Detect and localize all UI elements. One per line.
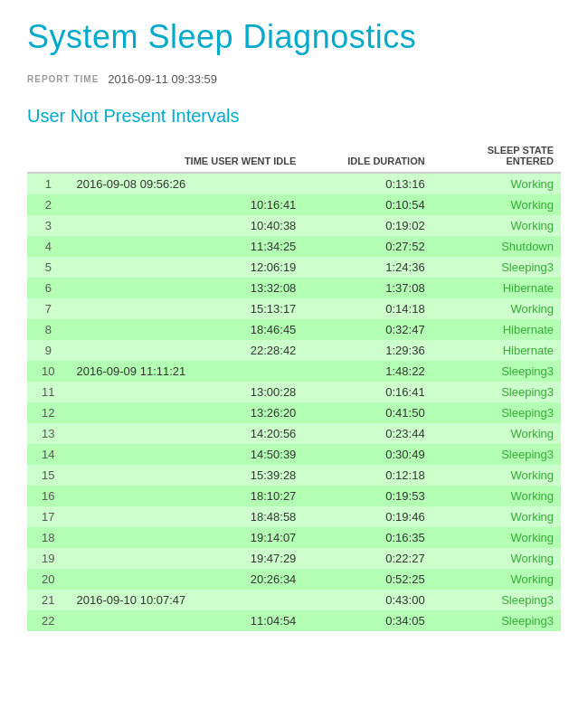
cell-state: Working: [432, 423, 561, 444]
table-row: 1718:48:580:19:46Working: [27, 506, 561, 527]
cell-state: Sleeping3: [432, 361, 561, 382]
cell-time: 22:28:42: [70, 340, 304, 361]
table-row: 715:13:170:14:18Working: [27, 298, 561, 319]
col-header-num: [27, 139, 70, 173]
cell-time: 2016-09-09 11:11:21: [70, 361, 304, 382]
cell-num: 6: [27, 278, 70, 298]
cell-num: 8: [27, 319, 70, 340]
cell-idle: 0:23:44: [303, 423, 432, 444]
cell-idle: 0:52:25: [303, 569, 432, 590]
cell-idle: 0:41:50: [303, 402, 432, 423]
table-row: 818:46:450:32:47Hibernate: [27, 319, 561, 340]
cell-state: Working: [432, 173, 561, 194]
cell-time: 18:10:27: [70, 486, 304, 506]
cell-state: Sleeping3: [432, 444, 561, 465]
cell-time: 13:32:08: [70, 278, 304, 298]
cell-state: Working: [432, 298, 561, 319]
cell-time: 20:26:34: [70, 569, 304, 590]
diagnostics-table: TIME USER WENT IDLE IDLE DURATION SLEEP …: [27, 139, 561, 631]
table-row: 1618:10:270:19:53Working: [27, 486, 561, 506]
table-row: 1515:39:280:12:18Working: [27, 465, 561, 486]
cell-num: 10: [27, 361, 70, 382]
cell-idle: 1:29:36: [303, 340, 432, 361]
cell-idle: 0:27:52: [303, 236, 432, 257]
cell-state: Sleeping3: [432, 257, 561, 278]
cell-idle: 0:19:46: [303, 506, 432, 527]
cell-state: Working: [432, 486, 561, 506]
cell-idle: 0:12:18: [303, 465, 432, 486]
cell-state: Working: [432, 465, 561, 486]
cell-idle: 1:37:08: [303, 278, 432, 298]
cell-time: 2016-09-10 10:07:47: [70, 590, 304, 610]
col-header-idle: IDLE DURATION: [303, 139, 432, 173]
table-row: 411:34:250:27:52Shutdown: [27, 236, 561, 257]
cell-num: 20: [27, 569, 70, 590]
table-row: 1314:20:560:23:44Working: [27, 423, 561, 444]
cell-time: 19:47:29: [70, 548, 304, 569]
cell-idle: 0:10:54: [303, 194, 432, 215]
cell-state: Working: [432, 215, 561, 236]
table-row: 212016-09-10 10:07:470:43:00Sleeping3: [27, 590, 561, 610]
section-title: User Not Present Intervals: [27, 106, 561, 127]
table-row: 210:16:410:10:54Working: [27, 194, 561, 215]
report-time-value: 2016-09-11 09:33:59: [108, 72, 217, 86]
cell-idle: 0:34:05: [303, 610, 432, 631]
cell-state: Working: [432, 548, 561, 569]
cell-idle: 0:30:49: [303, 444, 432, 465]
col-header-state: SLEEP STATE ENTERED: [432, 139, 561, 173]
table-row: 1819:14:070:16:35Working: [27, 527, 561, 548]
table-row: 922:28:421:29:36Hibernate: [27, 340, 561, 361]
cell-num: 16: [27, 486, 70, 506]
cell-state: Working: [432, 527, 561, 548]
cell-num: 1: [27, 173, 70, 194]
cell-num: 12: [27, 402, 70, 423]
cell-time: 15:39:28: [70, 465, 304, 486]
cell-time: 10:40:38: [70, 215, 304, 236]
cell-idle: 0:14:18: [303, 298, 432, 319]
cell-state: Hibernate: [432, 319, 561, 340]
cell-num: 2: [27, 194, 70, 215]
cell-num: 15: [27, 465, 70, 486]
cell-idle: 0:16:41: [303, 382, 432, 402]
table-row: 12016-09-08 09:56:260:13:16Working: [27, 173, 561, 194]
cell-num: 3: [27, 215, 70, 236]
cell-time: 13:26:20: [70, 402, 304, 423]
cell-idle: 0:32:47: [303, 319, 432, 340]
cell-time: 19:14:07: [70, 527, 304, 548]
cell-idle: 0:19:02: [303, 215, 432, 236]
cell-num: 7: [27, 298, 70, 319]
cell-num: 18: [27, 527, 70, 548]
cell-state: Hibernate: [432, 340, 561, 361]
table-row: 2211:04:540:34:05Sleeping3: [27, 610, 561, 631]
table-row: 1414:50:390:30:49Sleeping3: [27, 444, 561, 465]
cell-idle: 0:13:16: [303, 173, 432, 194]
cell-state: Sleeping3: [432, 402, 561, 423]
cell-time: 18:48:58: [70, 506, 304, 527]
cell-idle: 0:16:35: [303, 527, 432, 548]
cell-state: Sleeping3: [432, 590, 561, 610]
cell-num: 21: [27, 590, 70, 610]
table-header-row: TIME USER WENT IDLE IDLE DURATION SLEEP …: [27, 139, 561, 173]
cell-time: 2016-09-08 09:56:26: [70, 173, 304, 194]
cell-time: 11:34:25: [70, 236, 304, 257]
cell-state: Hibernate: [432, 278, 561, 298]
cell-time: 12:06:19: [70, 257, 304, 278]
cell-time: 11:04:54: [70, 610, 304, 631]
cell-state: Sleeping3: [432, 610, 561, 631]
cell-num: 22: [27, 610, 70, 631]
cell-num: 19: [27, 548, 70, 569]
cell-time: 15:13:17: [70, 298, 304, 319]
cell-state: Working: [432, 194, 561, 215]
cell-time: 18:46:45: [70, 319, 304, 340]
cell-idle: 0:43:00: [303, 590, 432, 610]
table-row: 512:06:191:24:36Sleeping3: [27, 257, 561, 278]
col-header-time: TIME USER WENT IDLE: [70, 139, 304, 173]
cell-num: 13: [27, 423, 70, 444]
cell-state: Shutdown: [432, 236, 561, 257]
table-row: 1113:00:280:16:41Sleeping3: [27, 382, 561, 402]
cell-time: 13:00:28: [70, 382, 304, 402]
cell-num: 4: [27, 236, 70, 257]
cell-time: 10:16:41: [70, 194, 304, 215]
table-row: 613:32:081:37:08Hibernate: [27, 278, 561, 298]
table-row: 310:40:380:19:02Working: [27, 215, 561, 236]
